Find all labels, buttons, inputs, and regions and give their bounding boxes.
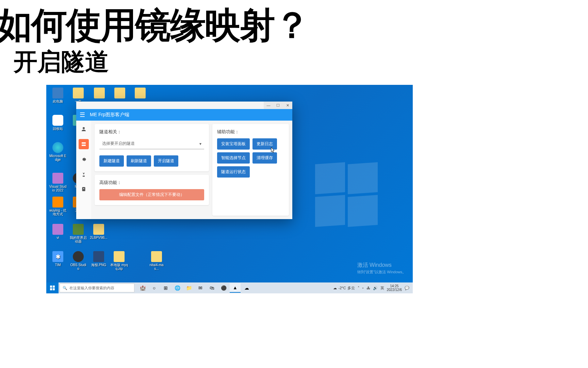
desktop-icon-png[interactable]: 海报.PNG xyxy=(90,251,108,267)
tunnel-card: 隧道相关： 选择要开启的隧道 新建隧道 刷新隧道 开启隧道 xyxy=(95,124,209,171)
desktop-screenshot: 激活 Windows 转到"设置"以激活 Windows。 此电脑 一生 回收站… xyxy=(46,85,413,293)
page-subheadline: 开启隧道 xyxy=(14,46,109,78)
advanced-card: 高级功能： 编辑配置文件（正常情况下不要动） xyxy=(95,175,209,205)
maximize-button[interactable]: ☐ xyxy=(273,102,283,109)
desktop-icon-zip[interactable]: 2LBPV9B... xyxy=(90,224,108,240)
taskbar-icon-explorer[interactable]: 📁 xyxy=(183,283,194,293)
weather-icon: ☁ xyxy=(333,286,337,290)
app-header: ☰ ME Frp图形客户端 xyxy=(76,109,292,121)
weather-widget[interactable]: ☁ -2°C 多云 xyxy=(333,286,355,291)
install-panel-button[interactable]: 安装宝塔面板 xyxy=(217,138,250,150)
time: 14:25 xyxy=(387,284,402,288)
tray-network-icon[interactable]: 🖧 xyxy=(366,286,370,290)
weather-desc: 多云 xyxy=(347,286,355,291)
cursor-icon xyxy=(271,147,276,153)
tunnel-status-button[interactable]: 隧道运行状态 xyxy=(217,166,250,178)
desktop-icon-folder[interactable]: 一生 xyxy=(69,88,87,103)
taskbar-icon-taskview[interactable]: ⊞ xyxy=(160,283,171,293)
tunnel-title: 隧道相关： xyxy=(99,129,204,135)
smart-node-button[interactable]: 智能选择节点 xyxy=(217,152,250,164)
tray-chevron-icon[interactable]: ˄ xyxy=(358,286,360,290)
app-title: ME Frp图形客户端 xyxy=(90,112,129,118)
date: 2022/12/6 xyxy=(387,288,402,292)
window-controls: — ☐ ✕ xyxy=(264,102,292,109)
weather-temp: -2°C xyxy=(338,286,346,290)
clock[interactable]: 14:25 2022/12/6 xyxy=(387,284,402,292)
taskbar-icon-castle[interactable]: 🏰 xyxy=(137,283,148,293)
open-tunnel-button[interactable]: 开启隧道 xyxy=(154,155,178,167)
taskbar-icon-cortana[interactable]: ○ xyxy=(149,283,160,293)
desktop-icon-wuying[interactable]: wuying - 优 地方式 xyxy=(49,197,67,216)
clear-cache-button[interactable]: 清理缓存 xyxy=(252,152,277,164)
desktop-icon-folder4[interactable] xyxy=(131,88,149,99)
taskbar-icon-app[interactable]: ▲ xyxy=(230,283,241,293)
sidebar-item-settings[interactable] xyxy=(79,154,89,164)
content-area: 隧道相关： 选择要开启的隧道 新建隧道 刷新隧道 开启隧道 高级功能： 编辑配置… xyxy=(91,121,292,219)
svg-rect-1 xyxy=(82,142,86,144)
search-input[interactable]: 🔍 在这里输入你要搜索的内容 xyxy=(60,283,134,292)
sidebar xyxy=(76,121,91,219)
start-button[interactable] xyxy=(46,282,59,293)
hamburger-icon[interactable]: ☰ xyxy=(80,111,85,119)
app-window: — ☐ ✕ ☰ ME Frp图形客户端 隧道相关： 选择要开启的隧道 xyxy=(76,102,292,219)
tunnel-dropdown[interactable]: 选择要开启的隧道 xyxy=(99,138,204,149)
desktop-icon-mc[interactable]: 我的世界启 动器 xyxy=(69,224,87,243)
sidebar-item-theme[interactable] xyxy=(79,169,89,179)
close-button[interactable]: ✕ xyxy=(283,102,292,109)
tray-volume-icon[interactable]: 🔊 xyxy=(373,286,378,290)
activate-windows-watermark: 激活 Windows 转到"设置"以激活 Windows。 xyxy=(357,262,406,275)
minimize-button[interactable]: — xyxy=(264,102,273,109)
sidebar-item-tunnels[interactable] xyxy=(79,139,89,149)
desktop-icon-vs[interactable]: Visual Studio 2022 xyxy=(49,173,67,192)
svg-rect-7 xyxy=(50,288,52,290)
advanced-title: 高级功能： xyxy=(99,180,204,186)
windows-logo-wallpaper xyxy=(315,163,383,231)
taskbar-icon-cloud[interactable]: ☁ xyxy=(241,283,252,293)
sidebar-item-account[interactable] xyxy=(79,124,89,134)
desktop-icon-edge[interactable]: Microsoft Edge xyxy=(49,142,67,162)
edit-config-button[interactable]: 编辑配置文件（正常情况下不要动） xyxy=(99,189,204,200)
svg-rect-8 xyxy=(53,288,55,290)
desktop-icon-tim2[interactable]: ✱TIM xyxy=(49,251,67,267)
svg-point-4 xyxy=(83,188,84,189)
taskbar: 🔍 在这里输入你要搜索的内容 🏰 ○ ⊞ 🌐 📁 ✉ 🛍 ⚫ ▲ ☁ ☁ -2°… xyxy=(46,282,413,293)
refresh-tunnel-button[interactable]: 刷新隧道 xyxy=(127,155,151,167)
svg-rect-6 xyxy=(53,286,55,288)
aux-card: 辅助功能： 安装宝塔面板 更新日志 智能选择节点 清理缓存 隧道运行状态 xyxy=(212,124,289,216)
svg-rect-5 xyxy=(50,286,52,288)
desktop-icon-zip2[interactable]: 本地版 myqq.zip xyxy=(110,251,128,271)
taskbar-icon-store[interactable]: 🛍 xyxy=(207,283,217,293)
tray-icon[interactable]: ▫ xyxy=(362,286,364,290)
notification-icon[interactable]: 💬 xyxy=(405,286,409,290)
new-tunnel-button[interactable]: 新建隧道 xyxy=(99,155,124,167)
desktop-icon-vi[interactable]: vi xyxy=(49,224,67,240)
sidebar-item-badge[interactable] xyxy=(79,184,89,194)
ime-indicator[interactable]: 英 xyxy=(380,286,384,291)
activate-line2: 转到"设置"以激活 Windows。 xyxy=(357,270,406,275)
system-tray: ☁ -2°C 多云 ˄ ▫ 🖧 🔊 英 14:25 2022/12/6 💬 xyxy=(330,284,413,292)
desktop-icon-folder3[interactable] xyxy=(111,88,129,99)
aux-title: 辅助功能： xyxy=(217,129,284,135)
search-icon: 🔍 xyxy=(63,286,67,290)
taskbar-icon-obs[interactable]: ⚫ xyxy=(218,283,229,293)
taskbar-icon-mail[interactable]: ✉ xyxy=(195,283,206,293)
desktop-icon-obs[interactable]: OBS Studio xyxy=(69,251,87,271)
svg-point-0 xyxy=(83,127,85,129)
desktop-icon-folder2[interactable] xyxy=(91,88,108,99)
page-headline: 如何使用镜缘映射？ xyxy=(0,2,309,50)
taskbar-icon-edge[interactable]: 🌐 xyxy=(172,283,183,293)
desktop-icon-zip3[interactable]: nitai4-mas... xyxy=(148,251,165,271)
desktop-icon-recycle[interactable]: 回收站 xyxy=(49,115,67,131)
search-placeholder: 在这里输入你要搜索的内容 xyxy=(69,286,114,291)
desktop-icon-this-pc[interactable]: 此电脑 xyxy=(49,88,67,103)
svg-rect-2 xyxy=(82,145,86,146)
activate-line1: 激活 Windows xyxy=(357,262,406,269)
